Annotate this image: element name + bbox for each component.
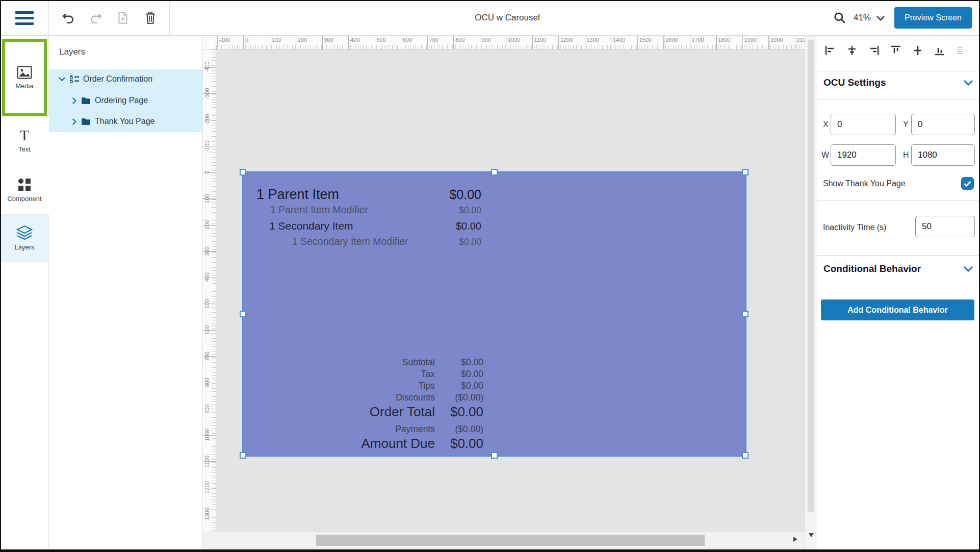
ruler-label: -200 — [204, 107, 210, 133]
component-icon — [17, 178, 32, 192]
scroll-right-arrow[interactable] — [793, 537, 797, 542]
align-left-button[interactable] — [822, 43, 838, 58]
totals-row-amount-due: Amount Due $0.00 — [256, 436, 483, 453]
totals-label: Discounts — [396, 392, 435, 403]
hamburger-menu-button[interactable] — [0, 0, 49, 36]
totals-value: $0.00 — [435, 357, 483, 368]
sidebar-item-label: Component — [7, 195, 41, 203]
totals-value: $0.00 — [435, 404, 483, 420]
tree-item-ordering-page[interactable]: Ordering Page — [71, 92, 148, 109]
distribute-icon — [956, 45, 967, 56]
vertical-ruler-labels: -400-300-200-100010020030040050060070080… — [204, 54, 210, 532]
align-center-horizontal-button[interactable] — [844, 43, 860, 58]
zoom-chevron-down-icon[interactable] — [876, 15, 885, 21]
ruler-label: 1600 — [663, 37, 690, 43]
align-right-button[interactable] — [866, 43, 882, 58]
folder-icon — [81, 118, 91, 126]
new-page-button[interactable] — [114, 9, 132, 27]
toolbar-right-controls: 41% Preview Screen — [831, 0, 972, 36]
chevron-down-icon[interactable] — [963, 266, 973, 272]
selection-handle-bottom-center[interactable] — [491, 452, 498, 459]
delete-button[interactable] — [142, 9, 159, 27]
zoom-search-button[interactable] — [831, 9, 848, 27]
selection-handle-top-left[interactable] — [240, 169, 246, 175]
ruler-label: 100 — [204, 186, 210, 212]
ruler-label: 0 — [243, 37, 270, 43]
ruler-label: 900 — [480, 37, 506, 43]
show-thank-you-checkbox-checked[interactable] — [961, 177, 974, 190]
x-input[interactable] — [831, 114, 896, 135]
w-field-label: W — [821, 150, 829, 160]
redo-button[interactable] — [87, 9, 105, 27]
chevron-down-icon[interactable] — [963, 80, 973, 86]
add-conditional-behavior-button[interactable]: Add Conditional Behavior — [821, 299, 974, 320]
horizontal-scrollbar-thumb[interactable] — [316, 535, 705, 546]
sidebar-item-text[interactable]: T Text — [0, 116, 49, 165]
order-item-price: $0.00 — [459, 237, 481, 247]
distribute-button-disabled[interactable] — [954, 43, 969, 58]
horizontal-ruler-labels: -100010020030040050060070080090010001100… — [217, 37, 805, 43]
horizontal-scrollbar[interactable] — [203, 532, 805, 552]
trash-icon — [144, 11, 157, 24]
ocu-artboard-selected[interactable]: 1 Parent Item $0.00 1 Parent Item Modifi… — [243, 172, 745, 456]
ruler-label: 600 — [204, 317, 210, 343]
ruler-label: 900 — [204, 396, 210, 422]
section-divider — [816, 200, 980, 201]
ruler-label: 1800 — [716, 37, 742, 43]
selection-handle-middle-left[interactable] — [240, 311, 246, 317]
order-item-price: $0.00 — [449, 187, 481, 202]
align-middle-button[interactable] — [910, 43, 925, 58]
ocu-settings-header[interactable]: OCU Settings — [823, 75, 973, 90]
align-middle-icon — [913, 45, 923, 56]
align-bottom-button[interactable] — [932, 43, 947, 58]
ruler-label: -400 — [204, 54, 210, 81]
chevron-right-icon[interactable] — [71, 118, 77, 126]
ruler-label: 1100 — [204, 448, 210, 475]
selection-handle-top-right[interactable] — [742, 169, 749, 175]
h-input[interactable] — [911, 144, 975, 166]
totals-row-order-total: Order Total $0.00 — [256, 404, 483, 420]
conditional-behavior-header[interactable]: Conditional Behavior — [823, 261, 973, 277]
zoom-level[interactable]: 41% — [854, 13, 871, 23]
w-input[interactable] — [831, 144, 896, 166]
show-thank-you-label: Show Thank You Page — [823, 179, 906, 188]
totals-label: Subtotal — [402, 357, 435, 368]
ruler-label: 1300 — [204, 501, 210, 528]
y-input[interactable] — [911, 114, 975, 135]
totals-label: Order Total — [370, 404, 435, 420]
sidebar-item-media[interactable]: Media — [2, 39, 47, 116]
totals-value: $0.00 — [435, 369, 483, 380]
totals-label: Tips — [419, 381, 435, 391]
sidebar-item-label: Media — [15, 82, 33, 90]
tree-item-thank-you-page[interactable]: Thank You Page — [71, 113, 154, 130]
tree-item-order-confirmation[interactable]: Order Confirmation — [58, 70, 152, 88]
ruler-label: 1400 — [204, 527, 210, 532]
selection-handle-bottom-left[interactable] — [240, 452, 246, 459]
order-item-label: 1 Parent Item — [256, 187, 339, 203]
ruler-label: -100 — [217, 37, 244, 43]
undo-button[interactable] — [60, 9, 77, 27]
align-right-icon — [869, 45, 879, 56]
chevron-down-icon[interactable] — [58, 77, 66, 82]
sidebar-item-layers[interactable]: Layers — [0, 215, 49, 262]
selection-handle-top-center[interactable] — [491, 169, 498, 175]
chevron-right-icon[interactable] — [71, 97, 77, 105]
selection-handle-middle-right[interactable] — [742, 311, 749, 317]
ruler-label: 1000 — [204, 422, 210, 448]
totals-value: ($0.00) — [435, 392, 483, 403]
scroll-down-arrow[interactable] — [809, 533, 814, 537]
vertical-scrollbar[interactable] — [805, 36, 817, 552]
selection-handle-bottom-right[interactable] — [742, 452, 749, 459]
ruler-label: 1500 — [637, 37, 664, 43]
sidebar-item-component[interactable]: Component — [0, 165, 49, 215]
totals-row: Discounts ($0.00) — [256, 392, 483, 404]
document-title: OCU w Carousel — [475, 0, 540, 36]
preview-screen-button[interactable]: Preview Screen — [894, 7, 972, 29]
ruler-label: 0 — [204, 159, 210, 186]
vertical-scrollbar-thumb[interactable] — [808, 40, 814, 512]
vertical-ruler: -400-300-200-100010020030040050060070080… — [203, 49, 216, 532]
align-top-button[interactable] — [888, 43, 904, 58]
ruler-label: -100 — [204, 133, 210, 160]
design-viewport[interactable]: 1 Parent Item $0.00 1 Parent Item Modifi… — [216, 49, 805, 532]
inactivity-time-input[interactable] — [915, 216, 975, 237]
